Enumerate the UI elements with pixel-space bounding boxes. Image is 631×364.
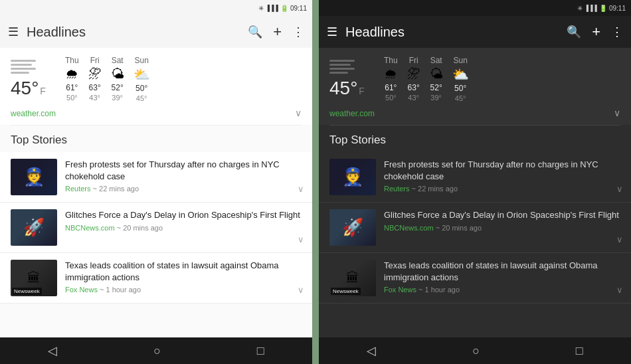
story-time-1-light: ~ 22 mins ago [93,185,139,193]
weather-current-dark: 45° F [329,60,376,99]
top-bar-icons-light: 🔍 + ⋮ [248,23,304,41]
weather-forecast-dark: Thu 🌧 61° 50° Fri ⛈ 63° 43° Sat 🌤 [384,56,620,102]
story-meta-2-light: NBCNews.com ~ 20 mins ago [65,224,302,232]
more-button-light[interactable]: ⋮ [292,25,304,39]
status-bar-dark: ✳ ▐▐▐ 🔋 09:11 [319,0,631,16]
status-bar-light: ✳ ▐▐▐ 🔋 09:11 [0,0,312,16]
weather-current-light: 45° F [11,60,57,99]
time-display: 09:11 [290,5,307,12]
story-time-2-light: ~ 20 mins ago [117,224,163,232]
story-source-3-dark: Fox News [384,286,416,294]
weather-unit-dark: F [359,86,365,96]
battery-icon: 🔋 [280,5,288,12]
weather-temp-light: 45° [11,78,39,99]
content-dark: 45° F Thu 🌧 61° 50° Fri ⛈ 63° [319,48,631,337]
content-light: 45° F Thu 🌧 61° 50° Fri ⛈ 63° [0,48,312,337]
story-title-3-light: Texas leads coalition of states in lawsu… [65,260,302,283]
story-item-2-light[interactable]: 🚀 Glitches Force a Day's Delay in Orion … [0,203,312,253]
story-thumb-label-3-light: Newsweek [12,288,42,295]
top-bar-dark: ☰ Headlines 🔍 + ⋮ [319,16,631,48]
recents-button-dark[interactable]: □ [576,344,583,358]
add-button-dark[interactable]: + [592,23,600,41]
weather-link-light[interactable]: weather.com [11,109,56,118]
story-thumb-img-1-dark: 👮 [329,159,376,195]
top-bar-icons-dark: 🔍 + ⋮ [567,23,623,41]
story-thumb-1-dark: 👮 [329,159,376,195]
recents-button-light[interactable]: □ [257,344,264,358]
story-chevron-3-light: ∨ [298,285,304,295]
story-content-2-light: Glitches Force a Day's Delay in Orion Sp… [65,209,302,232]
story-thumb-1-light: 👮 [11,159,57,195]
story-time-3-dark: ~ 1 hour ago [418,286,460,294]
menu-button-dark[interactable]: ☰ [327,25,337,39]
back-button-dark[interactable]: ◁ [367,343,376,358]
story-time-3-light: ~ 1 hour ago [100,286,141,294]
story-thumb-label-3-dark: Newsweek [331,288,361,295]
bottom-nav-dark: ◁ ○ □ [319,337,631,364]
search-button-dark[interactable]: 🔍 [567,25,581,39]
story-meta-3-dark: Fox News ~ 1 hour ago [384,286,620,294]
time-display-dark: 09:11 [609,5,626,12]
story-chevron-2-dark: ∨ [616,234,623,244]
story-source-1-dark: Reuters [384,185,410,193]
forecast-thu-light: Thu 🌧 61° 50° [65,56,79,102]
forecast-sat-light: Sat 🌤 52° 39° [111,56,124,102]
weather-temp-dark: 45° [329,78,357,99]
home-button-dark[interactable]: ○ [472,344,480,358]
story-item-3-light[interactable]: 🏛 Newsweek Texas leads coalition of stat… [0,253,312,304]
phone-light: ✳ ▐▐▐ 🔋 09:11 ☰ Headlines 🔍 + ⋮ [0,0,312,364]
weather-footer-dark[interactable]: weather.com ∨ [319,102,631,125]
story-source-2-light: NBCNews.com [65,224,115,232]
weather-card-top-light: 45° F Thu 🌧 61° 50° Fri ⛈ 63° [0,48,312,102]
weather-chevron-dark[interactable]: ∨ [614,108,620,118]
bluetooth-icon: ✳ [258,5,264,12]
story-title-2-light: Glitches Force a Day's Delay in Orion Sp… [65,209,302,221]
forecast-fri-light: Fri ⛈ 63° 43° [88,56,102,102]
story-chevron-1-light: ∨ [298,184,304,194]
story-meta-3-light: Fox News ~ 1 hour ago [65,286,302,294]
forecast-thu-dark: Thu 🌧 61° 50° [384,56,398,102]
top-bar-light: ☰ Headlines 🔍 + ⋮ [0,16,312,48]
weather-footer-light[interactable]: weather.com ∨ [0,102,312,125]
story-chevron-1-dark: ∨ [616,184,623,194]
battery-icon-dark: 🔋 [599,5,607,12]
wavy-icon-light [11,60,36,74]
home-button-light[interactable]: ○ [153,344,161,358]
story-thumb-img-1-light: 👮 [11,159,57,195]
weather-link-dark[interactable]: weather.com [329,109,375,118]
story-title-2-dark: Glitches Force a Day's Delay in Orion Sp… [384,209,620,221]
story-time-2-dark: ~ 20 mins ago [436,224,482,232]
story-meta-2-dark: NBCNews.com ~ 20 mins ago [384,224,620,232]
story-item-1-dark[interactable]: 👮 Fresh protests set for Thursday after … [319,152,631,203]
forecast-sat-dark: Sat 🌤 52° 39° [430,56,443,102]
status-icons-dark: ✳ ▐▐▐ 🔋 09:11 [577,5,626,12]
story-meta-1-light: Reuters ~ 22 mins ago [65,185,302,193]
wavy-icon-dark [329,60,355,74]
story-title-1-light: Fresh protests set for Thursday after no… [65,159,302,182]
add-button-light[interactable]: + [273,23,282,41]
forecast-sun-dark: Sun ⛅ 50° 45° [452,56,469,102]
weather-forecast-light: Thu 🌧 61° 50° Fri ⛈ 63° 43° Sat 🌤 [65,56,302,102]
story-chevron-2-light: ∨ [298,234,304,244]
phones-container: ✳ ▐▐▐ 🔋 09:11 ☰ Headlines 🔍 + ⋮ [0,0,631,364]
menu-button-light[interactable]: ☰ [8,25,19,39]
section-title-dark: Top Stories [319,126,631,152]
story-content-3-dark: Texas leads coalition of states in lawsu… [384,260,620,294]
story-time-1-dark: ~ 22 mins ago [412,185,458,193]
story-thumb-img-2-dark: 🚀 [329,209,376,246]
story-source-2-dark: NBCNews.com [384,224,434,232]
story-content-2-dark: Glitches Force a Day's Delay in Orion Sp… [384,209,620,232]
status-icons-light: ✳ ▐▐▐ 🔋 09:11 [258,5,307,12]
story-item-3-dark[interactable]: 🏛 Newsweek Texas leads coalition of stat… [319,253,631,304]
bottom-nav-light: ◁ ○ □ [0,337,312,364]
signal-icon: ▐▐▐ [266,5,278,11]
signal-icon-dark: ▐▐▐ [585,5,597,11]
back-button-light[interactable]: ◁ [48,343,57,358]
more-button-dark[interactable]: ⋮ [611,25,623,39]
weather-chevron-light[interactable]: ∨ [295,108,302,118]
story-item-1-light[interactable]: 👮 Fresh protests set for Thursday after … [0,152,312,203]
search-button-light[interactable]: 🔍 [248,25,262,39]
story-item-2-dark[interactable]: 🚀 Glitches Force a Day's Delay in Orion … [319,203,631,253]
forecast-fri-dark: Fri ⛈ 63° 43° [407,56,420,102]
app-title-dark: Headlines [345,25,559,40]
